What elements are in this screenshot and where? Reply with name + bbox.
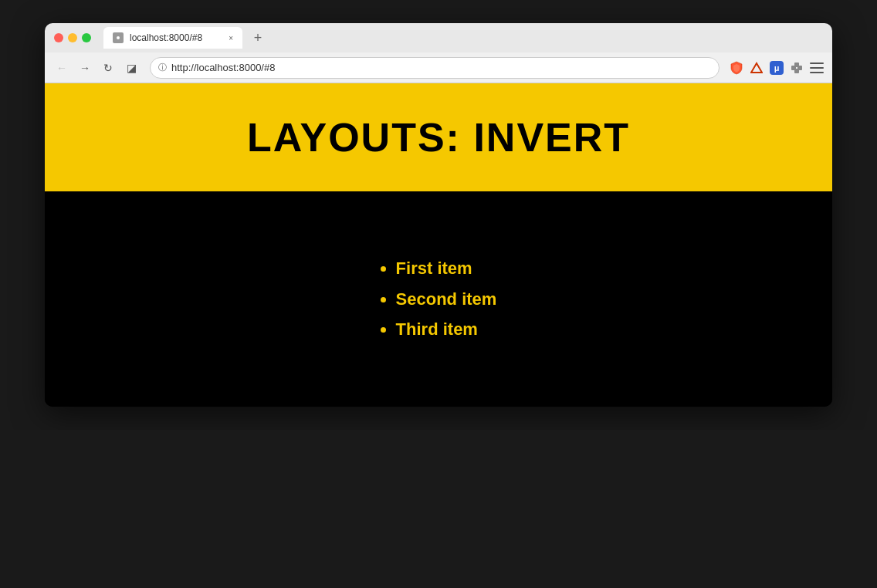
ublockorigin-icon[interactable]: μ: [769, 60, 784, 76]
svg-text:μ: μ: [774, 63, 780, 73]
tab-title: localhost:8000/#8: [130, 32, 202, 43]
list-item: First item: [396, 253, 497, 284]
tab-bar: localhost:8000/#8 × +: [103, 27, 823, 49]
traffic-lights: [54, 33, 91, 42]
browser-window: localhost:8000/#8 × + ← → ↻ ◪ ⓘ http://l…: [45, 23, 832, 407]
address-text: http://localhost:8000/#8: [171, 62, 275, 73]
svg-marker-2: [751, 63, 762, 73]
list-item: Third item: [396, 314, 497, 345]
back-button[interactable]: ←: [52, 59, 71, 77]
svg-rect-7: [794, 63, 799, 67]
forward-button[interactable]: →: [76, 59, 94, 77]
brave-shield-icon[interactable]: [729, 60, 744, 76]
page-header: LAYOUTS: INVERT: [45, 83, 832, 191]
svg-rect-9: [810, 63, 824, 64]
content-list: First item Second item Third item: [381, 253, 497, 345]
minimize-button[interactable]: [68, 33, 77, 42]
lock-icon: ⓘ: [158, 62, 167, 73]
extensions-icon[interactable]: [789, 60, 804, 76]
page-body: First item Second item Third item: [45, 191, 832, 407]
bookmark-button[interactable]: ◪: [122, 59, 141, 77]
active-tab[interactable]: localhost:8000/#8 ×: [103, 27, 242, 49]
tab-close-button[interactable]: ×: [229, 34, 233, 42]
browser-titlebar: localhost:8000/#8 × +: [45, 23, 832, 52]
reload-button[interactable]: ↻: [99, 59, 117, 77]
triangle-icon[interactable]: [749, 60, 764, 76]
page-title: LAYOUTS: INVERT: [60, 114, 817, 161]
new-tab-button[interactable]: +: [249, 29, 267, 47]
svg-point-1: [117, 36, 120, 39]
svg-rect-10: [810, 67, 824, 69]
page-content: LAYOUTS: INVERT First item Second item T…: [45, 83, 832, 407]
close-button[interactable]: [54, 33, 63, 42]
maximize-button[interactable]: [82, 33, 91, 42]
menu-icon[interactable]: [809, 60, 825, 76]
browser-extensions: μ: [729, 60, 825, 76]
svg-rect-8: [794, 69, 799, 73]
address-bar[interactable]: ⓘ http://localhost:8000/#8: [150, 57, 720, 79]
svg-rect-11: [810, 72, 824, 73]
list-item: Second item: [396, 284, 497, 315]
tab-favicon: [113, 32, 124, 43]
browser-toolbar: ← → ↻ ◪ ⓘ http://localhost:8000/#8: [45, 52, 832, 83]
